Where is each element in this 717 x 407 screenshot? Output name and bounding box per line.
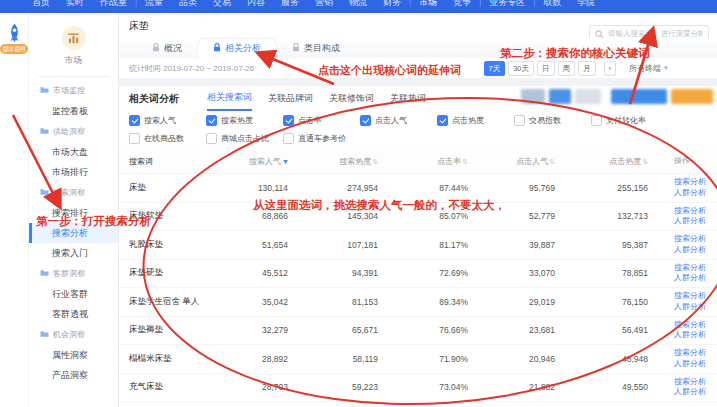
date-button[interactable]: 30天 (508, 61, 534, 76)
word-tab[interactable]: 相关搜索词 (207, 86, 252, 111)
date-button[interactable]: 周 (558, 61, 576, 76)
version-badge[interactable]: 版本说明 (0, 44, 28, 54)
action-link[interactable]: 搜索分析 (674, 263, 717, 274)
metric-checkbox[interactable]: 在线商品数 (129, 133, 206, 144)
sidebar-item[interactable]: 市场大盘 (29, 142, 118, 162)
value-cell: 56,491 (561, 325, 654, 335)
sidebar-item[interactable]: 行业客群 (29, 284, 118, 304)
sidebar-section-label: 市场监控 (53, 85, 85, 96)
tab-active[interactable]: 相关分析 (197, 38, 277, 58)
metric-label: 商城点击占比 (221, 133, 269, 144)
date-button[interactable]: 7天 (484, 61, 506, 76)
metric-checkbox[interactable]: 点击率 (283, 115, 360, 126)
nav-item[interactable]: 取数 (543, 0, 561, 13)
sort-icon[interactable]: ⇅ (549, 158, 555, 165)
nav-item[interactable]: 市场 (419, 0, 437, 13)
metric-checkbox[interactable]: 点击热度 (437, 115, 514, 126)
action-link[interactable]: 搜索分析 (674, 234, 717, 245)
sidebar-item[interactable]: 监控看板 (29, 101, 118, 121)
nav-item[interactable]: 内容 (247, 0, 265, 13)
sidebar-item[interactable]: 产品洞察 (29, 365, 118, 385)
sidebar-item[interactable]: 搜索入门 (29, 243, 118, 263)
action-link[interactable]: 搜索分析 (674, 206, 717, 217)
action-link[interactable]: 搜索分析 (674, 320, 717, 331)
nav-item[interactable]: 作战室 (100, 0, 127, 13)
column-header[interactable]: 搜索人气▼ (249, 156, 294, 167)
sort-icon[interactable]: ⇅ (372, 158, 378, 165)
sidebar-item[interactable]: 客群透视 (29, 304, 118, 324)
action-link[interactable]: 人群分析 (674, 273, 717, 284)
value-cell: 49,550 (561, 382, 654, 392)
column-header[interactable]: 点击人气⇅ (474, 156, 561, 167)
word-tab[interactable]: 关联品牌词 (268, 87, 313, 110)
checkbox-icon (283, 115, 294, 126)
action-link[interactable]: 搜索分析 (674, 291, 717, 302)
column-header[interactable]: 搜索热度⇅ (294, 156, 384, 167)
metric-checkbox[interactable]: 点击人气 (360, 115, 437, 126)
next-page-button[interactable]: › (604, 61, 617, 76)
rocket-icon[interactable] (6, 23, 23, 43)
nav-item[interactable]: 营销 (315, 0, 333, 13)
actions-cell: 搜索分析人群分析 (654, 234, 717, 255)
metric-checkbox[interactable]: 搜索人气 (129, 115, 206, 126)
nav-item[interactable]: 财务 (383, 0, 401, 13)
sort-icon[interactable]: ⇅ (462, 158, 468, 165)
action-link[interactable]: 人群分析 (674, 188, 717, 199)
word-tab[interactable]: 关联热词 (390, 87, 426, 110)
action-link[interactable]: 人群分析 (674, 359, 717, 370)
sidebar-item[interactable]: 属性洞察 (29, 345, 118, 365)
sidebar-item[interactable]: 市场排行 (29, 162, 118, 182)
actions-cell: 搜索分析人群分析 (654, 320, 717, 341)
table-row: 床垫硬垫45,51294,39172.69%33,07078,851搜索分析人群… (119, 260, 717, 289)
sidebar-item[interactable]: 搜索分析 (29, 223, 118, 243)
checkbox-icon (514, 115, 525, 126)
nav-item[interactable]: 学院 (577, 0, 595, 13)
metric-label: 搜索人气 (144, 115, 176, 126)
tab-inactive[interactable]: 类目构成 (277, 39, 355, 58)
nav-item[interactable]: 品类 (179, 0, 197, 13)
table-row: 床垫130,114274,95487.44%95,769255,156搜索分析人… (119, 174, 717, 203)
tab-label: 相关分析 (225, 42, 261, 55)
action-link[interactable]: 搜索分析 (674, 177, 717, 188)
nav-item[interactable]: 物流 (349, 0, 367, 13)
nav-item[interactable]: 竞争 (453, 0, 471, 13)
action-link[interactable]: 人群分析 (674, 245, 717, 256)
tab-inactive[interactable]: 概况 (137, 39, 197, 58)
folder-icon (40, 127, 49, 137)
metric-checkbox[interactable]: 支付转化率 (591, 115, 668, 126)
nav-item[interactable]: 实时 (66, 0, 84, 13)
metric-label: 支付转化率 (606, 115, 646, 126)
sort-icon[interactable]: ⇅ (642, 158, 648, 165)
keyword-cell: 床垫学生宿舍 单人 (119, 296, 249, 308)
action-link[interactable]: 搜索分析 (674, 348, 717, 359)
action-link[interactable]: 人群分析 (674, 216, 717, 227)
nav-item[interactable]: 业务专区 (489, 0, 525, 13)
column-header[interactable]: 点击率⇅ (384, 156, 474, 167)
nav-item[interactable]: 服务 (281, 0, 299, 13)
date-button[interactable]: 日 (537, 61, 555, 76)
metric-checkbox[interactable]: 交易指数 (514, 115, 591, 126)
action-link[interactable]: 搜索分析 (674, 377, 717, 388)
metric-checkbox[interactable]: 搜索热度 (206, 115, 283, 126)
nav-item[interactable]: 流量 (145, 0, 163, 13)
action-link[interactable]: 人群分析 (674, 387, 717, 398)
terminal-filter-dropdown[interactable]: 所有终端▼ (629, 63, 669, 74)
metric-checkbox[interactable]: 直通车参考价 (283, 133, 360, 144)
folder-icon (40, 188, 49, 198)
sort-desc-icon[interactable]: ▼ (282, 158, 289, 165)
column-header[interactable]: 点击热度⇅ (561, 156, 654, 167)
date-button[interactable]: 月 (578, 61, 596, 76)
table-header: 搜索词搜索人气▼搜索热度⇅点击率⇅点击人气⇅点击热度⇅操作 (119, 150, 717, 174)
nav-item[interactable]: 交易 (213, 0, 231, 13)
divider (38, 76, 109, 77)
metric-checkbox[interactable]: 商城点击占比 (206, 133, 283, 144)
action-link[interactable]: 人群分析 (674, 302, 717, 313)
nav-item[interactable]: 首页 (32, 0, 50, 13)
action-link[interactable]: 人群分析 (674, 330, 717, 341)
word-tab[interactable]: 关联修饰词 (329, 87, 374, 110)
sidebar-item[interactable]: 搜索排行 (29, 203, 118, 223)
value-cell: 29,019 (474, 297, 561, 307)
checkbox-icon (129, 115, 140, 126)
metric-label: 搜索热度 (221, 115, 253, 126)
table-row: 榻榻米床垫28,89258,11971.90%20,94648,948搜索分析人… (119, 345, 717, 374)
